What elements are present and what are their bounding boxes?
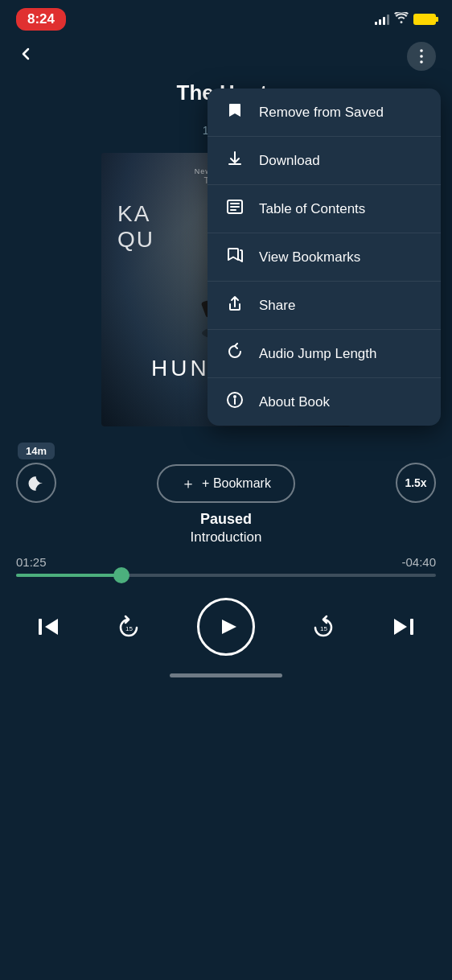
playback-speed-button[interactable]: 1.5x — [396, 463, 436, 503]
table-of-contents-icon — [225, 198, 244, 220]
controls-row: 14m ＋ + Bookmark 1.5x — [16, 443, 436, 503]
download-icon — [225, 150, 244, 171]
view-bookmarks-label: View Bookmarks — [259, 249, 360, 266]
bookmark-filled-icon — [225, 101, 244, 123]
playback-status: Paused Introduction — [16, 511, 436, 546]
controls-area: 14m ＋ + Bookmark 1.5x Paused Introductio… — [0, 434, 452, 546]
moon-icon — [26, 472, 47, 493]
header — [0, 35, 452, 77]
status-time: 8:24 — [16, 8, 66, 31]
svg-rect-15 — [228, 163, 241, 165]
play-icon — [214, 615, 238, 639]
fast-forward-button[interactable]: 15 — [310, 613, 337, 640]
battery-icon — [413, 14, 436, 25]
progress-thumb[interactable] — [113, 567, 129, 583]
share-label: Share — [259, 298, 295, 314]
status-bar: 8:24 — [0, 0, 452, 35]
view-bookmarks-icon — [225, 246, 244, 268]
cover-author-first: KA — [117, 201, 154, 227]
chapter-label: Introduction — [16, 529, 436, 546]
back-button[interactable] — [16, 44, 35, 69]
table-of-contents-label: Table of Contents — [259, 201, 365, 217]
dropdown-menu: Remove from Saved Download Table of Cont… — [208, 89, 441, 426]
skip-to-end-button[interactable] — [391, 614, 417, 640]
speed-label: 1.5x — [405, 476, 426, 489]
bookmark-plus-icon: ＋ — [181, 474, 195, 493]
svg-text:15: 15 — [320, 625, 327, 632]
sleep-timer-container: 14m — [16, 443, 56, 503]
download-label: Download — [259, 153, 320, 169]
skip-to-start-button[interactable] — [35, 614, 61, 640]
rewind-icon: 15 — [115, 613, 142, 640]
svg-rect-11 — [39, 619, 42, 635]
menu-item-view-bookmarks[interactable]: View Bookmarks — [208, 233, 441, 282]
bookmark-button-label: + Bookmark — [202, 476, 271, 491]
time-elapsed: 01:25 — [16, 555, 47, 569]
bookmark-button[interactable]: ＋ + Bookmark — [157, 464, 295, 503]
time-remaining: -04:40 — [401, 555, 436, 569]
info-icon — [225, 391, 244, 413]
remove-saved-label: Remove from Saved — [259, 105, 384, 121]
svg-point-1 — [420, 55, 423, 58]
rewind-button[interactable]: 15 — [115, 613, 142, 640]
sleep-timer-label: 14m — [18, 443, 55, 459]
transport-controls: 15 15 — [0, 583, 452, 664]
svg-rect-14 — [410, 619, 413, 635]
status-icons — [375, 12, 436, 27]
svg-point-2 — [420, 60, 423, 64]
audio-jump-length-label: Audio Jump Length — [259, 346, 377, 362]
cover-author-last: QU — [117, 227, 154, 253]
signal-bars-icon — [375, 14, 389, 25]
skip-start-icon — [35, 614, 61, 640]
sleep-timer-button[interactable] — [16, 463, 56, 503]
audio-jump-icon — [225, 343, 244, 364]
menu-item-remove-saved[interactable]: Remove from Saved — [208, 89, 441, 137]
menu-item-about-book[interactable]: About Book — [208, 378, 441, 426]
paused-label: Paused — [16, 511, 436, 528]
cover-author: KA QU — [117, 201, 154, 253]
share-icon — [225, 294, 244, 316]
svg-text:15: 15 — [125, 625, 133, 632]
time-row: 01:25 -04:40 — [16, 555, 436, 569]
menu-item-download[interactable]: Download — [208, 137, 441, 185]
more-options-button[interactable] — [407, 42, 436, 71]
play-button[interactable] — [197, 598, 255, 656]
menu-item-share[interactable]: Share — [208, 282, 441, 330]
skip-end-icon — [391, 614, 417, 640]
home-bar — [170, 673, 282, 677]
svg-point-0 — [420, 49, 423, 52]
progress-track[interactable] — [16, 574, 436, 577]
progress-area: 01:25 -04:40 — [0, 549, 452, 583]
menu-item-audio-jump-length[interactable]: Audio Jump Length — [208, 330, 441, 378]
progress-fill — [16, 574, 121, 577]
forward-icon: 15 — [310, 613, 337, 640]
menu-item-table-of-contents[interactable]: Table of Contents — [208, 185, 441, 233]
home-indicator — [0, 664, 452, 684]
svg-point-19 — [234, 396, 236, 397]
wifi-icon — [394, 12, 409, 27]
about-book-label: About Book — [259, 394, 330, 410]
